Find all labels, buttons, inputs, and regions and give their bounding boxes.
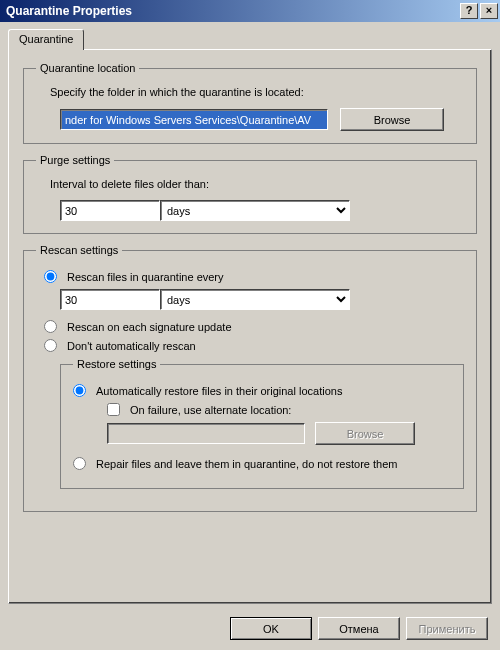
purge-unit-select[interactable]: days: [160, 200, 350, 221]
tabstrip: Quarantine: [8, 28, 492, 49]
close-icon[interactable]: ×: [480, 3, 498, 19]
window-body: Quarantine Quarantine location Specify t…: [0, 22, 500, 650]
radio-restore-repair-label: Repair files and leave them in quarantin…: [96, 458, 397, 470]
checkbox-alt-location-label: On failure, use alternate location:: [130, 404, 291, 416]
radio-rescan-none-label: Don't automatically rescan: [67, 340, 196, 352]
location-path-input[interactable]: [60, 109, 328, 130]
browse-location-button[interactable]: Browse: [340, 108, 444, 131]
radio-restore-auto-label: Automatically restore files in their ori…: [96, 385, 342, 397]
radio-rescan-every[interactable]: [44, 270, 57, 283]
location-desc: Specify the folder in which the quaranti…: [50, 86, 464, 98]
rescan-unit-select[interactable]: days: [160, 289, 350, 310]
dialog-buttons: OK Отмена Применить: [230, 617, 488, 640]
group-location-legend: Quarantine location: [36, 62, 139, 74]
group-purge-legend: Purge settings: [36, 154, 114, 166]
purge-desc: Interval to delete files older than:: [50, 178, 464, 190]
titlebar: Quarantine Properties ? ×: [0, 0, 500, 22]
ok-button[interactable]: OK: [230, 617, 312, 640]
radio-restore-repair[interactable]: [73, 457, 86, 470]
radio-rescan-none[interactable]: [44, 339, 57, 352]
window-title: Quarantine Properties: [6, 4, 458, 18]
purge-interval-input[interactable]: [60, 200, 160, 221]
rescan-interval-input[interactable]: [60, 289, 160, 310]
radio-restore-auto[interactable]: [73, 384, 86, 397]
radio-rescan-every-label: Rescan files in quarantine every: [67, 271, 224, 283]
tab-panel: Quarantine location Specify the folder i…: [8, 49, 492, 604]
group-restore: Restore settings Automatically restore f…: [60, 358, 464, 489]
tab-quarantine[interactable]: Quarantine: [8, 29, 84, 50]
group-restore-legend: Restore settings: [73, 358, 160, 370]
group-rescan: Rescan settings Rescan files in quaranti…: [23, 244, 477, 512]
help-icon[interactable]: ?: [460, 3, 478, 19]
group-location: Quarantine location Specify the folder i…: [23, 62, 477, 144]
cancel-button[interactable]: Отмена: [318, 617, 400, 640]
alt-location-input: [107, 423, 305, 444]
group-purge: Purge settings Interval to delete files …: [23, 154, 477, 234]
checkbox-alt-location[interactable]: [107, 403, 120, 416]
radio-rescan-sig[interactable]: [44, 320, 57, 333]
browse-alt-button: Browse: [315, 422, 415, 445]
group-rescan-legend: Rescan settings: [36, 244, 122, 256]
apply-button: Применить: [406, 617, 488, 640]
radio-rescan-sig-label: Rescan on each signature update: [67, 321, 232, 333]
